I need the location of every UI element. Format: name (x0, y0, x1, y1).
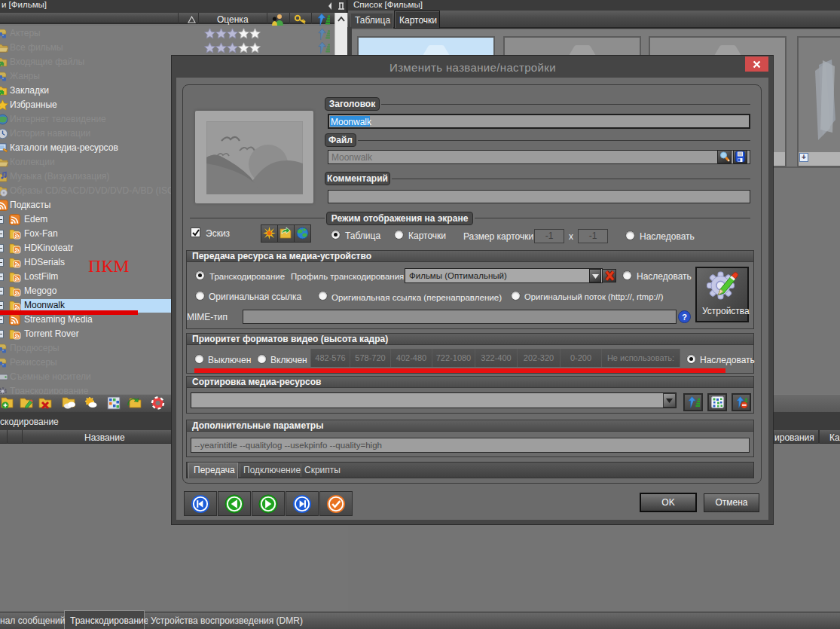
svg-text:?: ? (682, 313, 687, 322)
